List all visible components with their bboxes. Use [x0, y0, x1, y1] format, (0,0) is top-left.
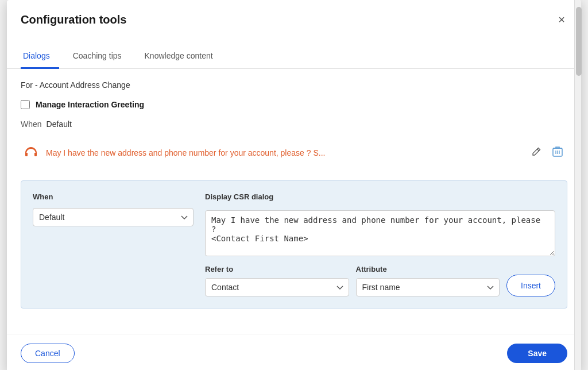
panel-left: When Default [33, 192, 194, 296]
refer-to-label: Refer to [205, 265, 349, 273]
modal-header: Configuration tools × [7, 0, 581, 28]
tab-coaching-tips[interactable]: Coaching tips [71, 47, 131, 69]
display-csr-label: Display CSR dialog [205, 192, 555, 201]
modal-title: Configuration tools [21, 13, 126, 26]
config-panel: When Default Display CSR dialog May I ha… [21, 180, 567, 309]
when-field-label: When [33, 192, 194, 201]
for-label: For - Account Address Change [21, 80, 567, 90]
when-select[interactable]: Default [33, 208, 194, 226]
close-button[interactable]: × [556, 11, 567, 28]
attribute-select-wrapper: First name [356, 278, 500, 296]
refer-row: Refer to Contact Attribute [205, 265, 555, 296]
when-select-wrapper: Default [33, 208, 194, 226]
tab-knowledge-content[interactable]: Knowledge content [142, 47, 222, 69]
manage-interaction-checkbox[interactable] [21, 100, 30, 109]
panel-right: Display CSR dialog May I have the new ad… [205, 192, 555, 296]
svg-rect-1 [34, 153, 37, 156]
insert-button[interactable]: Insert [506, 275, 555, 296]
when-row: When Default [21, 120, 567, 129]
scrollbar-thumb[interactable] [576, 7, 582, 76]
edit-dialog-button[interactable] [529, 145, 543, 161]
when-label: When [21, 120, 42, 129]
scrollbar-track[interactable] [574, 0, 581, 370]
configuration-tools-modal: Configuration tools × Dialogs Coaching t… [7, 0, 581, 370]
checkbox-row: Manage Interaction Greeting [21, 100, 567, 109]
dialog-preview-text: May I have the new address and phone num… [46, 148, 523, 157]
refer-to-select[interactable]: Contact [205, 278, 349, 296]
svg-rect-0 [25, 153, 28, 156]
cancel-button[interactable]: Cancel [21, 344, 75, 363]
display-csr-textarea[interactable]: May I have the new address and phone num… [205, 210, 555, 256]
delete-dialog-button[interactable] [550, 144, 565, 162]
refer-to-group: Refer to Contact [205, 265, 349, 296]
save-button[interactable]: Save [507, 344, 567, 363]
display-csr-textarea-wrap: May I have the new address and phone num… [205, 210, 555, 258]
checkbox-label: Manage Interaction Greeting [36, 100, 144, 109]
headset-icon [23, 146, 39, 160]
tab-dialogs[interactable]: Dialogs [21, 47, 59, 69]
when-value: Default [47, 120, 72, 129]
tabs-container: Dialogs Coaching tips Knowledge content [7, 37, 581, 69]
modal-footer: Cancel Save [7, 334, 581, 370]
attribute-group: Attribute First name [356, 265, 500, 296]
dialog-preview-row: May I have the new address and phone num… [21, 139, 567, 167]
modal-body: For - Account Address Change Manage Inte… [7, 69, 581, 334]
attribute-label: Attribute [356, 265, 500, 273]
attribute-select[interactable]: First name [356, 278, 500, 296]
refer-to-select-wrapper: Contact [205, 278, 349, 296]
